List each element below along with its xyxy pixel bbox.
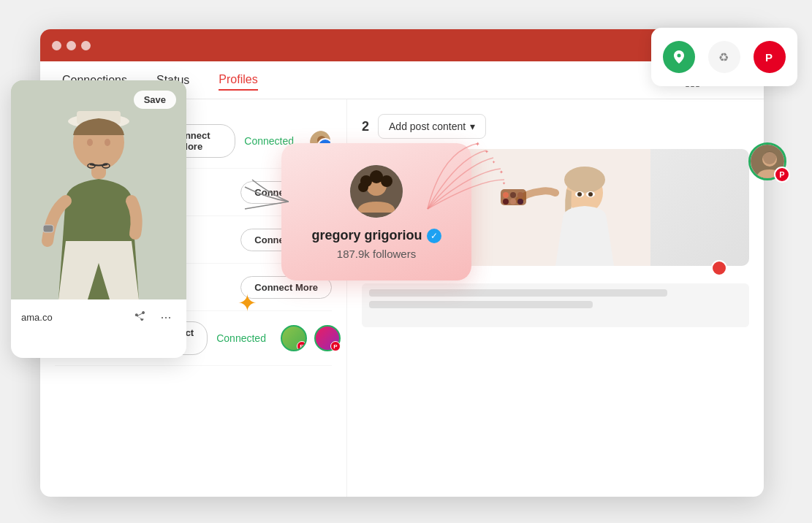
add-post-content-btn[interactable]: Add post content ▾: [378, 114, 486, 139]
red-dot-decoration: [711, 260, 727, 276]
minimize-dot: [67, 41, 76, 50]
svg-text:P: P: [765, 51, 773, 64]
location-icon: [663, 41, 695, 73]
star-burst-decoration: ✦: [238, 289, 257, 317]
text-placeholder-1: [369, 289, 667, 297]
svg-point-11: [105, 139, 110, 146]
svg-rect-25: [460, 149, 650, 266]
card-bottom: ama.co ···: [11, 299, 186, 335]
profile-name: gregory grigoriou: [311, 228, 422, 243]
svg-point-31: [517, 192, 523, 198]
svg-text:♻: ♻: [718, 51, 729, 64]
svg-point-32: [503, 199, 509, 205]
svg-point-29: [503, 192, 509, 198]
pint-avatar-1: P: [281, 325, 307, 351]
post-text-area[interactable]: [362, 283, 749, 327]
followers-count: 187.9k followers: [302, 248, 451, 260]
svg-point-49: [358, 182, 368, 192]
recycle-icon: ♻: [708, 41, 740, 73]
more-icon[interactable]: ···: [156, 307, 176, 327]
svg-point-36: [577, 192, 582, 196]
verified-badge: ✓: [427, 229, 441, 243]
profile-popup-card: ✦ ✦ ✦ ✦ ✦: [281, 143, 471, 280]
profile-avatar: [350, 165, 403, 218]
svg-point-1: [678, 54, 681, 58]
svg-point-38: [588, 192, 593, 196]
floating-icons-card: ♻ P: [651, 28, 797, 86]
pinterest-badge-avatar: P: [774, 167, 790, 183]
svg-point-33: [510, 199, 516, 205]
fashion-image-card: Save ama.co ···: [11, 80, 186, 358]
fashion-photo: Save: [11, 80, 186, 299]
nav-profiles[interactable]: Profiles: [219, 70, 257, 91]
svg-point-34: [517, 199, 523, 205]
svg-point-17: [763, 151, 776, 164]
text-placeholder-2: [369, 301, 593, 308]
maximize-dot: [81, 41, 91, 50]
close-dot: [52, 41, 61, 50]
pinterest-avatars: P P P P P: [281, 325, 347, 351]
window-controls: [52, 41, 91, 50]
svg-rect-12: [43, 225, 53, 232]
svg-point-10: [87, 139, 93, 146]
profile-name-row: gregory grigoriou ✓: [302, 228, 451, 243]
save-badge[interactable]: Save: [134, 91, 176, 109]
add-post-label: Add post content: [389, 121, 466, 132]
post-number: 2: [362, 119, 369, 134]
facebook-status: Connected: [244, 135, 294, 147]
post-header: 2 Add post content ▾: [362, 114, 749, 139]
svg-point-30: [510, 192, 516, 198]
svg-point-48: [381, 175, 392, 187]
share-icon[interactable]: [129, 307, 150, 327]
pinterest-status: Connected: [216, 332, 266, 344]
site-label: ama.co: [21, 312, 124, 323]
pinterest-icon-floating: P: [754, 41, 786, 73]
svg-point-27: [564, 167, 605, 193]
chevron-icon: ▾: [470, 121, 475, 132]
